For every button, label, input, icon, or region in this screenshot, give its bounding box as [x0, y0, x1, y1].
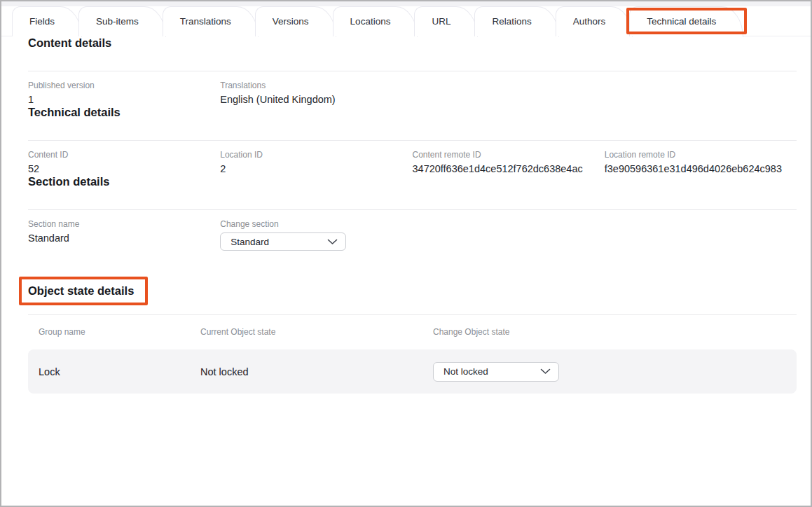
section-name-value: Standard	[28, 232, 220, 244]
object-state-heading-row: Object state details	[28, 277, 797, 305]
tab-locations[interactable]: Locations	[333, 6, 397, 36]
tab-locations-label: Locations	[350, 16, 391, 27]
tab-versions-label: Versions	[273, 16, 309, 27]
tab-relations-label: Relations	[492, 16, 531, 27]
technical-details-fields: Content ID 52 Location ID 2 Content remo…	[28, 150, 797, 175]
tab-fields-label: Fields	[29, 16, 55, 27]
tab-authors[interactable]: Authors	[556, 6, 612, 36]
change-section-label: Change section	[220, 219, 412, 230]
content-details-heading: Content details	[28, 36, 797, 50]
tab-authors-label: Authors	[573, 16, 606, 27]
location-remote-id-value: f3e90596361e31d496d4026eb624c983	[605, 162, 797, 175]
section-name-label: Section name	[28, 219, 220, 230]
content-id-label: Content ID	[28, 150, 220, 160]
location-id-field: Location ID 2	[220, 150, 412, 175]
location-remote-id-field: Location remote ID f3e90596361e31d496d40…	[605, 150, 797, 175]
tab-bar: Fields Sub-items Translations Versions L…	[1, 1, 811, 36]
group-name-header: Group name	[39, 327, 200, 338]
tab-sub-items-label: Sub-items	[96, 16, 139, 27]
location-id-value: 2	[220, 162, 412, 175]
published-version-value: 1	[28, 93, 220, 106]
tab-sub-items[interactable]: Sub-items	[78, 6, 144, 36]
location-remote-id-label: Location remote ID	[605, 150, 797, 160]
tab-technical-details-label: Technical details	[647, 16, 716, 27]
divider	[28, 71, 797, 71]
tab-translations[interactable]: Translations	[163, 6, 237, 36]
current-object-state-header: Current Object state	[200, 327, 433, 338]
location-id-label: Location ID	[220, 150, 412, 160]
divider	[28, 209, 797, 210]
section-name-field: Section name Standard	[28, 219, 220, 251]
tab-versions[interactable]: Versions	[255, 6, 315, 36]
technical-details-page: Fields Sub-items Translations Versions L…	[0, 0, 812, 507]
divider	[28, 314, 797, 315]
translations-field: Translations English (United Kingdom)	[220, 81, 412, 106]
group-name-cell: Lock	[39, 366, 200, 377]
divider	[28, 140, 797, 141]
tab-technical-details[interactable]: Technical details	[629, 6, 722, 36]
published-version-label: Published version	[28, 81, 220, 91]
change-object-state-header: Change Object state	[433, 327, 797, 338]
content-remote-id-value: 34720ff636e1d4ce512f762dc638e4ac	[413, 162, 605, 175]
change-section-dropdown[interactable]: Standard	[220, 232, 346, 251]
section-details-fields: Section name Standard Change section Sta…	[28, 219, 797, 251]
tab-relations[interactable]: Relations	[474, 6, 537, 36]
change-object-state-selected-value: Not locked	[443, 366, 488, 377]
chevron-down-icon	[327, 239, 338, 245]
change-section-field: Change section Standard	[220, 219, 412, 251]
annotation-box-object-state-heading: Object state details	[19, 277, 148, 305]
change-object-state-dropdown[interactable]: Not locked	[433, 362, 559, 382]
content-remote-id-field: Content remote ID 34720ff636e1d4ce512f76…	[413, 150, 605, 175]
technical-details-panel: Content details Published version 1 Tran…	[1, 36, 811, 394]
tab-url[interactable]: URL	[414, 6, 456, 36]
content-id-field: Content ID 52	[28, 150, 220, 175]
technical-details-heading: Technical details	[28, 106, 797, 119]
tab-fields[interactable]: Fields	[12, 6, 60, 36]
object-state-table-header: Group name Current Object state Change O…	[28, 327, 797, 338]
content-id-value: 52	[28, 162, 220, 175]
table-row: Lock Not locked Not locked	[28, 349, 797, 394]
translations-value: English (United Kingdom)	[220, 93, 412, 106]
tab-translations-label: Translations	[180, 16, 231, 27]
section-details-heading: Section details	[28, 175, 797, 188]
chevron-down-icon	[540, 368, 551, 375]
content-remote-id-label: Content remote ID	[413, 150, 605, 160]
change-section-selected-value: Standard	[230, 237, 269, 247]
tab-url-label: URL	[432, 16, 450, 27]
current-object-state-cell: Not locked	[200, 366, 433, 377]
translations-label: Translations	[220, 81, 412, 91]
published-version-field: Published version 1	[28, 81, 220, 106]
content-details-fields: Published version 1 Translations English…	[28, 81, 797, 106]
object-state-details-heading: Object state details	[28, 284, 134, 298]
